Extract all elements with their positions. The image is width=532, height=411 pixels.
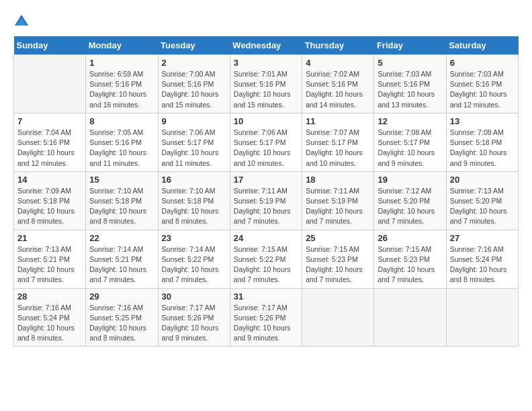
- calendar-cell: 6Sunrise: 7:03 AMSunset: 5:16 PMDaylight…: [446, 55, 518, 113]
- calendar-cell: 3Sunrise: 7:01 AMSunset: 5:16 PMDaylight…: [230, 55, 302, 113]
- calendar-cell: 22Sunrise: 7:14 AMSunset: 5:21 PMDayligh…: [86, 230, 158, 288]
- day-info: Sunrise: 6:59 AMSunset: 5:16 PMDaylight:…: [89, 69, 154, 110]
- day-info: Sunrise: 7:06 AMSunset: 5:17 PMDaylight:…: [162, 128, 226, 169]
- day-number: 9: [162, 116, 226, 126]
- calendar-cell: 26Sunrise: 7:15 AMSunset: 5:23 PMDayligh…: [374, 230, 446, 288]
- calendar-cell: 27Sunrise: 7:16 AMSunset: 5:24 PMDayligh…: [446, 230, 518, 288]
- calendar-cell: 30Sunrise: 7:17 AMSunset: 5:26 PMDayligh…: [158, 288, 230, 347]
- calendar-cell: 10Sunrise: 7:06 AMSunset: 5:17 PMDayligh…: [230, 113, 302, 171]
- calendar-cell: 12Sunrise: 7:08 AMSunset: 5:17 PMDayligh…: [374, 113, 446, 171]
- day-number: 12: [378, 116, 442, 126]
- calendar-cell: 14Sunrise: 7:09 AMSunset: 5:18 PMDayligh…: [14, 171, 86, 230]
- day-info: Sunrise: 7:02 AMSunset: 5:16 PMDaylight:…: [306, 69, 370, 110]
- day-number: 24: [234, 233, 298, 243]
- week-row-4: 21Sunrise: 7:13 AMSunset: 5:21 PMDayligh…: [14, 230, 519, 288]
- calendar-cell: 13Sunrise: 7:08 AMSunset: 5:18 PMDayligh…: [446, 113, 518, 171]
- day-info: Sunrise: 7:01 AMSunset: 5:16 PMDaylight:…: [234, 69, 298, 110]
- calendar-cell: [14, 55, 86, 113]
- day-info: Sunrise: 7:03 AMSunset: 5:16 PMDaylight:…: [450, 69, 515, 110]
- calendar-cell: 24Sunrise: 7:15 AMSunset: 5:22 PMDayligh…: [230, 230, 302, 288]
- calendar-cell: 8Sunrise: 7:05 AMSunset: 5:16 PMDaylight…: [86, 113, 158, 171]
- week-row-1: 1Sunrise: 6:59 AMSunset: 5:16 PMDaylight…: [14, 55, 519, 113]
- calendar-cell: 7Sunrise: 7:04 AMSunset: 5:16 PMDaylight…: [14, 113, 86, 171]
- day-number: 23: [162, 233, 226, 243]
- calendar-cell: 1Sunrise: 6:59 AMSunset: 5:16 PMDaylight…: [86, 55, 158, 113]
- day-number: 7: [17, 116, 82, 126]
- day-info: Sunrise: 7:16 AMSunset: 5:24 PMDaylight:…: [450, 244, 515, 285]
- week-row-5: 28Sunrise: 7:16 AMSunset: 5:24 PMDayligh…: [14, 288, 519, 347]
- day-info: Sunrise: 7:17 AMSunset: 5:26 PMDaylight:…: [162, 303, 226, 344]
- calendar-cell: 28Sunrise: 7:16 AMSunset: 5:24 PMDayligh…: [14, 288, 86, 347]
- day-info: Sunrise: 7:09 AMSunset: 5:18 PMDaylight:…: [17, 186, 82, 227]
- calendar-cell: 9Sunrise: 7:06 AMSunset: 5:17 PMDaylight…: [158, 113, 230, 171]
- day-info: Sunrise: 7:15 AMSunset: 5:22 PMDaylight:…: [234, 244, 298, 285]
- day-number: 14: [17, 175, 82, 185]
- calendar-cell: 18Sunrise: 7:11 AMSunset: 5:19 PMDayligh…: [302, 171, 374, 230]
- day-info: Sunrise: 7:12 AMSunset: 5:20 PMDaylight:…: [378, 186, 442, 227]
- day-number: 31: [234, 291, 298, 302]
- calendar-cell: 29Sunrise: 7:16 AMSunset: 5:25 PMDayligh…: [86, 288, 158, 347]
- day-info: Sunrise: 7:00 AMSunset: 5:16 PMDaylight:…: [162, 69, 226, 110]
- day-info: Sunrise: 7:10 AMSunset: 5:18 PMDaylight:…: [89, 186, 154, 227]
- day-info: Sunrise: 7:11 AMSunset: 5:19 PMDaylight:…: [306, 186, 370, 227]
- day-info: Sunrise: 7:16 AMSunset: 5:24 PMDaylight:…: [17, 303, 82, 344]
- calendar-cell: 23Sunrise: 7:14 AMSunset: 5:22 PMDayligh…: [158, 230, 230, 288]
- day-number: 1: [89, 58, 154, 68]
- day-number: 17: [234, 175, 298, 185]
- day-number: 16: [162, 175, 226, 185]
- day-number: 2: [162, 58, 226, 68]
- day-info: Sunrise: 7:08 AMSunset: 5:18 PMDaylight:…: [450, 128, 515, 169]
- day-number: 28: [17, 291, 82, 302]
- day-info: Sunrise: 7:11 AMSunset: 5:19 PMDaylight:…: [234, 186, 298, 227]
- day-info: Sunrise: 7:13 AMSunset: 5:21 PMDaylight:…: [17, 244, 82, 285]
- weekday-header-tuesday: Tuesday: [158, 36, 230, 55]
- day-number: 3: [234, 58, 298, 68]
- day-info: Sunrise: 7:14 AMSunset: 5:21 PMDaylight:…: [89, 244, 154, 285]
- calendar-cell: [302, 288, 374, 347]
- logo: [13, 13, 32, 30]
- day-number: 20: [450, 175, 515, 185]
- calendar-cell: 2Sunrise: 7:00 AMSunset: 5:16 PMDaylight…: [158, 55, 230, 113]
- day-number: 27: [450, 233, 515, 243]
- day-number: 22: [89, 233, 154, 243]
- calendar-cell: 4Sunrise: 7:02 AMSunset: 5:16 PMDaylight…: [302, 55, 374, 113]
- weekday-header-sunday: Sunday: [14, 36, 86, 55]
- day-info: Sunrise: 7:13 AMSunset: 5:20 PMDaylight:…: [450, 186, 515, 227]
- day-info: Sunrise: 7:06 AMSunset: 5:17 PMDaylight:…: [234, 128, 298, 169]
- weekday-header-wednesday: Wednesday: [230, 36, 302, 55]
- day-number: 15: [89, 175, 154, 185]
- calendar-cell: 25Sunrise: 7:15 AMSunset: 5:23 PMDayligh…: [302, 230, 374, 288]
- day-number: 10: [234, 116, 298, 126]
- day-info: Sunrise: 7:16 AMSunset: 5:25 PMDaylight:…: [89, 303, 154, 344]
- week-row-2: 7Sunrise: 7:04 AMSunset: 5:16 PMDaylight…: [14, 113, 519, 171]
- page-header: [13, 13, 519, 30]
- week-row-3: 14Sunrise: 7:09 AMSunset: 5:18 PMDayligh…: [14, 171, 519, 230]
- calendar-cell: 31Sunrise: 7:17 AMSunset: 5:26 PMDayligh…: [230, 288, 302, 347]
- weekday-header-friday: Friday: [374, 36, 446, 55]
- day-info: Sunrise: 7:10 AMSunset: 5:18 PMDaylight:…: [162, 186, 226, 227]
- day-number: 25: [306, 233, 370, 243]
- calendar-cell: 20Sunrise: 7:13 AMSunset: 5:20 PMDayligh…: [446, 171, 518, 230]
- calendar-cell: 5Sunrise: 7:03 AMSunset: 5:16 PMDaylight…: [374, 55, 446, 113]
- day-number: 6: [450, 58, 515, 68]
- day-info: Sunrise: 7:03 AMSunset: 5:16 PMDaylight:…: [378, 69, 442, 110]
- day-info: Sunrise: 7:07 AMSunset: 5:17 PMDaylight:…: [306, 128, 370, 169]
- day-number: 26: [378, 233, 442, 243]
- day-info: Sunrise: 7:15 AMSunset: 5:23 PMDaylight:…: [306, 244, 370, 285]
- calendar-cell: 16Sunrise: 7:10 AMSunset: 5:18 PMDayligh…: [158, 171, 230, 230]
- day-info: Sunrise: 7:04 AMSunset: 5:16 PMDaylight:…: [17, 128, 82, 169]
- weekday-header-saturday: Saturday: [446, 36, 518, 55]
- day-info: Sunrise: 7:15 AMSunset: 5:23 PMDaylight:…: [378, 244, 442, 285]
- calendar-cell: 15Sunrise: 7:10 AMSunset: 5:18 PMDayligh…: [86, 171, 158, 230]
- day-info: Sunrise: 7:08 AMSunset: 5:17 PMDaylight:…: [378, 128, 442, 169]
- day-number: 5: [378, 58, 442, 68]
- day-info: Sunrise: 7:05 AMSunset: 5:16 PMDaylight:…: [89, 128, 154, 169]
- day-number: 19: [378, 175, 442, 185]
- day-number: 30: [162, 291, 226, 302]
- calendar-cell: [446, 288, 518, 347]
- calendar-cell: 19Sunrise: 7:12 AMSunset: 5:20 PMDayligh…: [374, 171, 446, 230]
- calendar-table: SundayMondayTuesdayWednesdayThursdayFrid…: [13, 36, 519, 347]
- day-number: 8: [89, 116, 154, 126]
- calendar-cell: 17Sunrise: 7:11 AMSunset: 5:19 PMDayligh…: [230, 171, 302, 230]
- day-info: Sunrise: 7:17 AMSunset: 5:26 PMDaylight:…: [234, 303, 298, 344]
